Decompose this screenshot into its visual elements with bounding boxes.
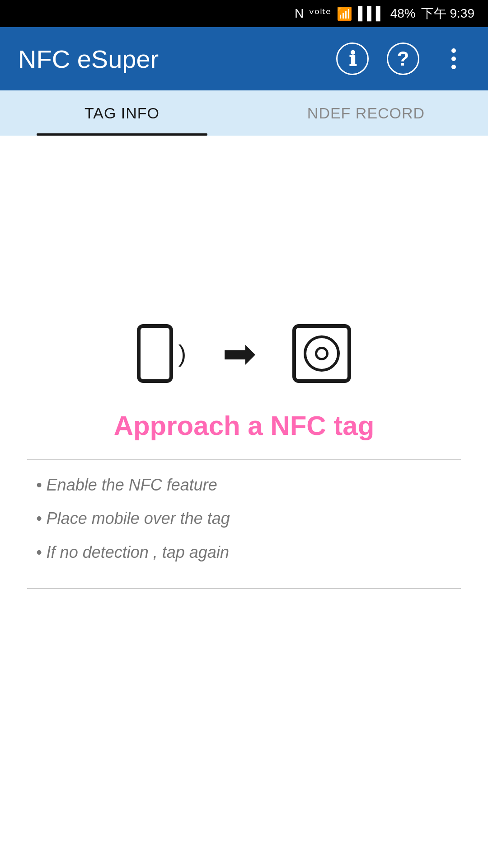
nfc-tag-inner-ring [304, 335, 340, 372]
more-icon [451, 48, 456, 69]
tab-ndef-record-label: NDEF RECORD [307, 104, 425, 122]
tab-ndef-record[interactable]: NDEF RECORD [244, 90, 488, 136]
help-icon: ? [387, 42, 419, 75]
phone-icon [137, 324, 173, 383]
nfc-tag-center-ring [315, 347, 328, 360]
main-content: ) ➡ Approach a NFC tag • Enable the NFC … [0, 136, 488, 868]
info-icon: ℹ [336, 42, 369, 75]
tab-bar: TAG INFO NDEF RECORD [0, 90, 488, 136]
instruction-1: • Enable the NFC feature [36, 474, 452, 496]
app-bar: NFC eSuper ℹ ? [0, 27, 488, 90]
nfc-illustration: ) ➡ [137, 324, 351, 383]
volte-icon: ᵛᵒˡᵗᵉ [309, 6, 331, 21]
tab-tag-info[interactable]: TAG INFO [0, 90, 244, 136]
nfc-tag-icon [292, 324, 351, 383]
phone-icon-wrapper: ) [137, 324, 186, 383]
instruction-2: • Place mobile over the tag [36, 507, 452, 530]
approach-heading: Approach a NFC tag [114, 410, 375, 441]
info-button[interactable]: ℹ [336, 42, 369, 75]
signal-icon: ▌▌▌ [358, 6, 385, 21]
help-button[interactable]: ? [387, 42, 419, 75]
phone-wave-icon: ) [178, 340, 186, 367]
status-icons: N ᵛᵒˡᵗᵉ 📶 ▌▌▌ 48% 下午 9:39 [295, 5, 474, 22]
battery-indicator: 48% [390, 6, 416, 21]
time-display: 下午 9:39 [421, 5, 474, 22]
more-options-button[interactable] [437, 42, 470, 75]
status-bar: N ᵛᵒˡᵗᵉ 📶 ▌▌▌ 48% 下午 9:39 [0, 0, 488, 27]
app-title: NFC eSuper [18, 44, 159, 74]
app-bar-actions: ℹ ? [336, 42, 470, 75]
arrow-icon: ➡ [222, 330, 256, 377]
nfc-status-icon: N [295, 6, 304, 21]
instruction-3: • If no detection , tap again [36, 541, 452, 564]
tab-tag-info-label: TAG INFO [84, 104, 160, 122]
top-divider [27, 459, 461, 460]
instructions-list: • Enable the NFC feature • Place mobile … [27, 474, 461, 575]
bottom-divider [27, 588, 461, 589]
wifi-icon: 📶 [337, 6, 352, 21]
